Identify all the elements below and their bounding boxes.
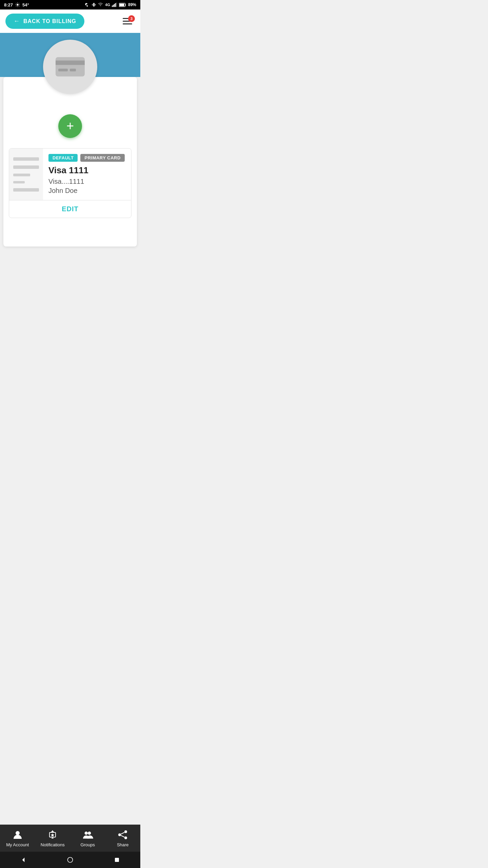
svg-rect-10: [56, 61, 85, 65]
thumb-bar-2: [13, 165, 39, 169]
main-content: + DEFAULT PRIMARY CARD: [3, 77, 137, 246]
blue-banner: [0, 33, 140, 77]
signal-icon: [112, 2, 117, 7]
back-to-billing-button[interactable]: ← BACK TO BILLING: [5, 14, 84, 29]
add-btn-container: +: [3, 114, 137, 138]
svg-rect-9: [56, 57, 85, 77]
card-icon-circle: [43, 40, 97, 94]
notification-badge: 3: [128, 15, 135, 22]
plus-icon: +: [66, 119, 74, 132]
card-item-top: DEFAULT PRIMARY CARD Visa 1111 Visa....1…: [9, 149, 131, 200]
default-tag: DEFAULT: [48, 154, 78, 162]
card-holder: John Doe: [48, 187, 126, 195]
wifi-icon: [98, 2, 103, 7]
card-details: DEFAULT PRIMARY CARD Visa 1111 Visa....1…: [43, 149, 131, 200]
key-icon: [85, 2, 90, 7]
thumb-bar-3: [13, 174, 30, 176]
thumb-bar-4: [13, 181, 25, 183]
status-temp: 54°: [22, 2, 29, 7]
status-bar: 8:27 54° 4G: [0, 0, 140, 9]
battery-pct: 89%: [128, 2, 136, 7]
svg-rect-4: [114, 4, 115, 7]
network-type: 4G: [105, 3, 110, 7]
svg-point-0: [17, 4, 18, 5]
credit-card-icon: [55, 55, 85, 79]
svg-rect-1: [94, 3, 95, 7]
back-label: BACK TO BILLING: [23, 18, 76, 24]
svg-rect-11: [58, 69, 68, 72]
svg-rect-8: [119, 3, 124, 6]
top-header: ← BACK TO BILLING 3: [0, 9, 140, 33]
add-card-button[interactable]: +: [58, 114, 82, 138]
status-right: 4G 89%: [85, 2, 136, 7]
status-left: 8:27 54°: [4, 2, 29, 7]
card-edit-row: EDIT: [9, 200, 131, 218]
thumb-bar-1: [13, 157, 39, 161]
page-wrapper: 8:27 54° 4G: [0, 0, 140, 290]
svg-rect-2: [112, 5, 113, 7]
primary-tag: PRIMARY CARD: [80, 154, 124, 162]
card-name: Visa 1111: [48, 165, 126, 176]
svg-rect-5: [115, 3, 116, 7]
card-tags: DEFAULT PRIMARY CARD: [48, 154, 126, 162]
svg-rect-6: [116, 3, 117, 7]
thumb-bar-5: [13, 188, 39, 192]
card-thumbnail: [9, 149, 43, 200]
battery-icon: [119, 3, 126, 7]
svg-rect-3: [113, 5, 114, 7]
card-item: DEFAULT PRIMARY CARD Visa 1111 Visa....1…: [9, 148, 131, 218]
menu-button[interactable]: 3: [120, 15, 135, 27]
back-arrow-icon: ←: [14, 18, 20, 25]
svg-rect-12: [70, 69, 76, 72]
menu-bar-3: [123, 23, 132, 24]
status-time: 8:27: [4, 2, 13, 7]
edit-card-button[interactable]: EDIT: [62, 205, 79, 213]
card-number: Visa....1111: [48, 178, 126, 185]
data-icon: [15, 2, 20, 7]
vibrate-icon: [92, 2, 96, 7]
